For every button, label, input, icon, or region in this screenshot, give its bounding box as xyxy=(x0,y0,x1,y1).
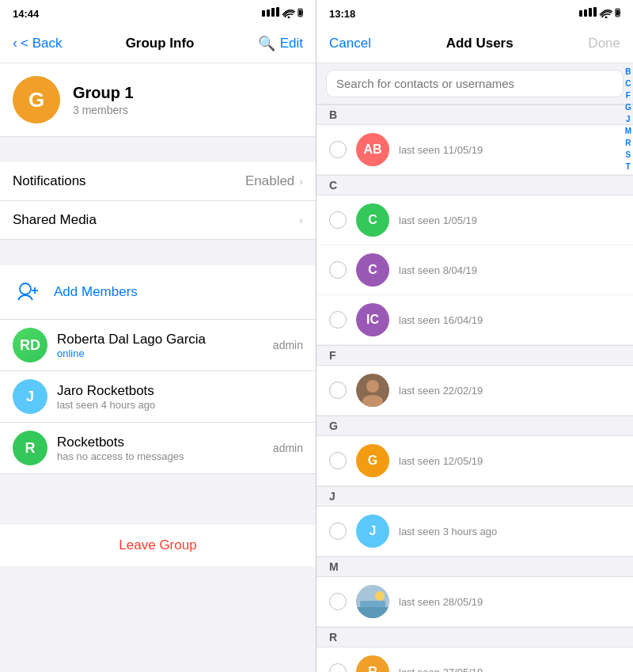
group-info: Group 1 3 members xyxy=(73,84,134,116)
contact-row-r1[interactable]: R last seen 27/05/19 xyxy=(316,647,633,672)
alpha-j[interactable]: J xyxy=(626,114,631,125)
notifications-value: Enabled › xyxy=(245,173,303,189)
contact-radio-f1[interactable] xyxy=(329,382,347,399)
alpha-r[interactable]: R xyxy=(625,138,631,149)
svg-point-20 xyxy=(366,380,379,393)
contact-row-ic[interactable]: IC last seen 16/04/19 xyxy=(316,295,633,345)
member-info-rd: Roberta Dal Lago Garcia online xyxy=(57,332,263,359)
section-header-g: G xyxy=(316,416,633,436)
contact-info-j1: last seen 3 hours ago xyxy=(399,526,620,537)
search-input[interactable] xyxy=(326,70,624,97)
member-row-r[interactable]: R Rocketbots has no access to messages a… xyxy=(0,423,316,474)
member-info-r: Rocketbots has no access to messages xyxy=(57,435,263,462)
member-avatar-rd: RD xyxy=(13,328,47,363)
contact-avatar-j1: J xyxy=(356,514,389,548)
notifications-label: Notifications xyxy=(13,173,86,189)
time-left: 14:44 xyxy=(13,8,39,20)
section-header-f: F xyxy=(316,345,633,366)
contact-info-ab: last seen 11/05/19 xyxy=(399,144,620,156)
contact-avatar-ic: IC xyxy=(356,303,389,336)
chevron-right-icon: › xyxy=(299,175,303,188)
alpha-c[interactable]: C xyxy=(625,78,631,89)
svg-point-25 xyxy=(375,591,385,601)
edit-button[interactable]: Edit xyxy=(280,36,303,51)
nav-right-actions: 🔍 Edit xyxy=(258,35,303,52)
contact-seen-j1: last seen 3 hours ago xyxy=(399,526,620,537)
group-members-count: 3 members xyxy=(73,104,134,116)
profile-photo-m xyxy=(356,585,389,618)
svg-rect-7 xyxy=(299,9,301,15)
contact-avatar-g1: G xyxy=(356,444,389,477)
cancel-button[interactable]: Cancel xyxy=(329,36,371,51)
alpha-g[interactable]: G xyxy=(625,102,631,113)
time-right: 13:18 xyxy=(329,8,355,20)
contact-seen-m1: last seen 28/05/19 xyxy=(399,596,620,608)
alpha-s[interactable]: S xyxy=(625,150,631,161)
nav-title-left: Group Info xyxy=(126,36,195,51)
section-header-b: B xyxy=(316,104,633,125)
member-row-rd[interactable]: RD Roberta Dal Lago Garcia online admin xyxy=(0,320,316,371)
contact-info-ic: last seen 16/04/19 xyxy=(399,314,620,326)
contact-avatar-ab: AB xyxy=(356,133,389,166)
contact-radio-g1[interactable] xyxy=(329,452,347,469)
svg-rect-12 xyxy=(584,9,587,17)
add-members-row[interactable]: Add Members xyxy=(0,265,316,320)
member-role-r: admin xyxy=(273,442,303,454)
search-icon[interactable]: 🔍 xyxy=(258,35,275,52)
contact-radio-c2[interactable] xyxy=(329,261,347,279)
svg-point-8 xyxy=(20,283,31,294)
contact-radio-ab[interactable] xyxy=(329,141,347,158)
contact-radio-j1[interactable] xyxy=(329,522,347,540)
contact-info-m1: last seen 28/05/19 xyxy=(399,596,620,608)
notifications-row[interactable]: Notifications Enabled › xyxy=(0,162,316,201)
contact-radio-m1[interactable] xyxy=(329,593,347,610)
contact-avatar-f1 xyxy=(356,374,389,407)
status-bar-right: 13:18 xyxy=(316,0,633,24)
contact-radio-ic[interactable] xyxy=(329,311,347,328)
contact-row-g1[interactable]: G last seen 12/05/19 xyxy=(316,436,633,486)
contact-radio-c1[interactable] xyxy=(329,211,347,229)
contact-row-ab[interactable]: AB last seen 11/05/19 xyxy=(316,125,633,175)
section-header-c: C xyxy=(316,175,633,196)
nav-bar-left: ‹ < Back Group Info 🔍 Edit xyxy=(0,24,316,63)
left-panel: 14:44 ‹ < Back Group Info 🔍 xyxy=(0,0,316,672)
back-button[interactable]: ‹ < Back xyxy=(13,35,62,51)
member-status-rd: online xyxy=(57,347,263,359)
search-bar xyxy=(316,63,633,104)
contact-row-j1[interactable]: J last seen 3 hours ago xyxy=(316,507,633,556)
section-gap-1 xyxy=(0,137,316,162)
section-header-r: R xyxy=(316,627,633,647)
contact-row-m1[interactable]: last seen 28/05/19 xyxy=(316,577,633,627)
contact-seen-c1: last seen 1/05/19 xyxy=(399,215,620,226)
contact-info-c2: last seen 8/04/19 xyxy=(399,264,620,276)
alpha-f[interactable]: F xyxy=(626,90,631,101)
leave-section: Leave Group xyxy=(0,525,316,566)
done-button[interactable]: Done xyxy=(588,36,620,51)
member-status-j: last seen 4 hours ago xyxy=(57,399,303,411)
svg-rect-14 xyxy=(593,7,597,17)
contact-row-c2[interactable]: C last seen 8/04/19 xyxy=(316,245,633,295)
section-header-m: M xyxy=(316,556,633,577)
group-header: G Group 1 3 members xyxy=(0,63,316,137)
alphabet-index: B C F G J M R S T xyxy=(624,63,633,176)
shared-media-row[interactable]: Shared Media › xyxy=(0,201,316,240)
alpha-m[interactable]: M xyxy=(625,126,631,137)
contact-seen-f1: last seen 22/02/19 xyxy=(399,385,620,397)
back-label[interactable]: < Back xyxy=(21,36,62,51)
contact-seen-r1: last seen 27/05/19 xyxy=(399,666,620,673)
member-row-j[interactable]: J Jaro Rocketbots last seen 4 hours ago xyxy=(0,371,316,423)
alpha-b[interactable]: B xyxy=(625,66,631,78)
contact-row-f1[interactable]: last seen 22/02/19 xyxy=(316,366,633,416)
contact-avatar-c2: C xyxy=(356,253,389,287)
alpha-t[interactable]: T xyxy=(626,161,631,173)
leave-group-button[interactable]: Leave Group xyxy=(0,525,316,566)
group-avatar: G xyxy=(13,76,60,123)
contact-radio-r1[interactable] xyxy=(329,663,347,672)
member-status-r: has no access to messages xyxy=(57,450,263,462)
member-info-j: Jaro Rocketbots last seen 4 hours ago xyxy=(57,383,303,411)
contact-info-r1: last seen 27/05/19 xyxy=(399,666,620,673)
svg-rect-0 xyxy=(262,10,265,17)
contact-info-c1: last seen 1/05/19 xyxy=(399,215,620,226)
contact-row-c1[interactable]: C last seen 1/05/19 xyxy=(316,196,633,245)
member-avatar-r: R xyxy=(13,431,47,465)
